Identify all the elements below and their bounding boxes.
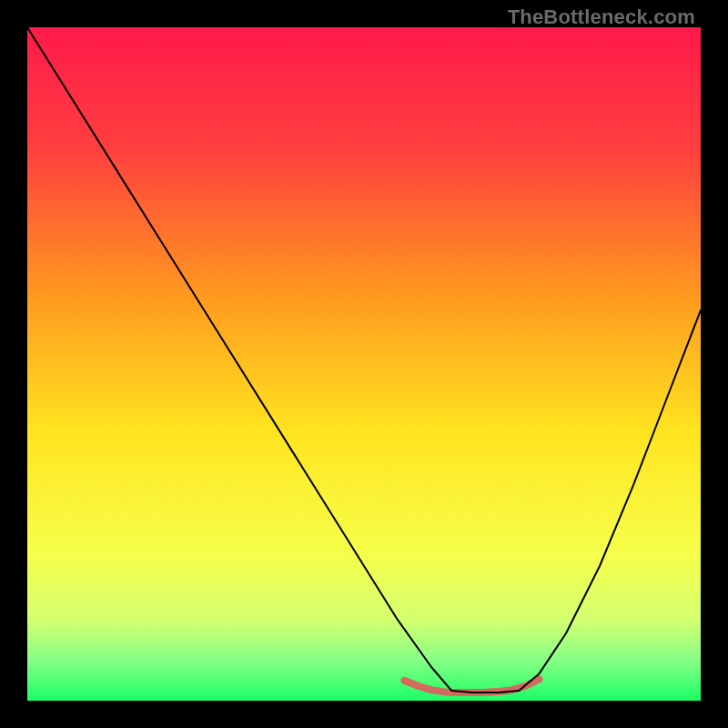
chart-frame: TheBottleneck.com <box>0 0 728 728</box>
bottleneck-curve <box>27 27 701 693</box>
curve-layer <box>27 27 701 701</box>
watermark-text: TheBottleneck.com <box>508 5 695 29</box>
plot-area <box>27 27 701 701</box>
